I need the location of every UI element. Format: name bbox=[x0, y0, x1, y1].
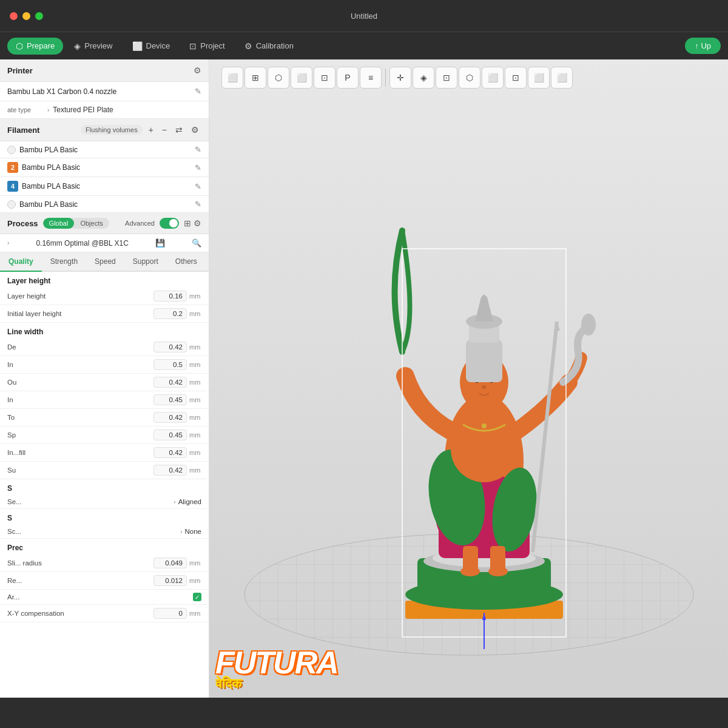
upload-button[interactable]: ↑ Up bbox=[685, 38, 721, 54]
arc-label: Ar... bbox=[7, 593, 193, 601]
filament-edit-1[interactable]: ✎ bbox=[195, 145, 201, 154]
lw-row-4: In 0.45 mm bbox=[0, 391, 209, 409]
arc-row: Ar... ✓ bbox=[0, 590, 209, 605]
maximize-dot[interactable] bbox=[35, 12, 43, 20]
slice-radius-row: Sli... radius 0.049 mm bbox=[0, 554, 209, 572]
slice-radius-unit: mm bbox=[189, 559, 201, 567]
filament-num-2: 2 bbox=[7, 162, 18, 173]
layer-height-label: Layer height bbox=[7, 292, 153, 300]
lw-value-4[interactable]: 0.45 bbox=[153, 394, 187, 405]
viewport[interactable]: ⬜ ⊞ ⬡ ⬜ ⊡ P ≡ ✛ ◈ ⊡ ⬡ ⬜ ⊡ ⬜ ⬜ bbox=[209, 59, 728, 698]
device-nav-btn[interactable]: ⬜ Device bbox=[124, 38, 179, 55]
lw-label-8: Su bbox=[7, 467, 153, 474]
initial-layer-height-label: Initial layer height bbox=[7, 310, 153, 317]
seam-position-value: Aligned bbox=[178, 498, 201, 505]
tabs-row: Quality Strength Speed Support Others bbox=[0, 252, 209, 272]
tab-quality[interactable]: Quality bbox=[0, 252, 42, 272]
lw-value-3[interactable]: 0.42 bbox=[153, 377, 187, 388]
seam-position-row: Se... › Aligned bbox=[0, 495, 209, 509]
printer-title: Printer bbox=[7, 66, 33, 75]
sparse-pattern-dropdown[interactable]: › None bbox=[180, 528, 201, 535]
objects-toggle[interactable]: Objects bbox=[74, 218, 109, 229]
axis-indicator bbox=[478, 613, 490, 649]
calibration-nav-btn[interactable]: ⚙ Calibration bbox=[236, 38, 302, 55]
lw-label-6: Sp bbox=[7, 431, 153, 439]
navbar: ⬡ Prepare ◈ Preview ⬜ Device ⊡ Project ⚙… bbox=[0, 32, 728, 59]
seam-position-dropdown[interactable]: › Aligned bbox=[174, 498, 201, 505]
minimize-dot[interactable] bbox=[22, 12, 30, 20]
initial-layer-height-value[interactable]: 0.2 bbox=[153, 308, 187, 319]
lw-unit-3: mm bbox=[189, 379, 201, 386]
lw-row-7: In...fill 0.42 mm bbox=[0, 444, 209, 462]
filament-gear-icon[interactable]: ⚙ bbox=[189, 124, 201, 136]
process-grid-icon[interactable]: ⊞ bbox=[184, 218, 191, 228]
lw-value-7[interactable]: 0.42 bbox=[153, 447, 187, 458]
profile-search-icon[interactable]: 🔍 bbox=[192, 238, 201, 248]
slice-radius-label: Sli... radius bbox=[7, 559, 153, 567]
initial-layer-height-value-group: 0.2 mm bbox=[153, 308, 201, 319]
filament-color-4 bbox=[7, 200, 16, 209]
filament-edit-3[interactable]: ✎ bbox=[195, 182, 201, 191]
nav-right: ↑ Up bbox=[685, 38, 721, 54]
lw-value-5[interactable]: 0.42 bbox=[153, 412, 187, 423]
add-filament-button[interactable]: + bbox=[146, 124, 156, 136]
global-toggle[interactable]: Global bbox=[43, 218, 75, 229]
tab-strength[interactable]: Strength bbox=[42, 252, 86, 272]
printer-name-row: Bambu Lab X1 Carbon 0.4 nozzle ✎ bbox=[0, 82, 209, 101]
slice-radius-value[interactable]: 0.049 bbox=[153, 558, 187, 568]
svg-rect-21 bbox=[463, 546, 478, 570]
lw-value-2[interactable]: 0.5 bbox=[153, 359, 187, 370]
close-dot[interactable] bbox=[10, 12, 18, 20]
filament-edit-4[interactable]: ✎ bbox=[195, 200, 201, 209]
prepare-nav-btn[interactable]: ⬡ Prepare bbox=[7, 38, 63, 55]
flushing-volumes-button[interactable]: Flushing volumes bbox=[81, 125, 143, 135]
lw-label-2: In bbox=[7, 361, 153, 368]
xy-compensation-row: X-Y compensation 0 mm bbox=[0, 605, 209, 622]
advanced-label: Advanced bbox=[125, 220, 155, 227]
re-label: Re... bbox=[7, 577, 153, 584]
layer-height-unit: mm bbox=[189, 292, 201, 300]
lw-value-6[interactable]: 0.45 bbox=[153, 430, 187, 440]
tab-speed[interactable]: Speed bbox=[86, 252, 124, 272]
lw-label-4: In bbox=[7, 396, 153, 403]
profile-save-icon[interactable]: 💾 bbox=[155, 238, 165, 248]
settings-list: Layer height Layer height 0.16 mm Initia… bbox=[0, 272, 209, 698]
left-panel: Printer ⚙ Bambu Lab X1 Carbon 0.4 nozzle… bbox=[0, 59, 209, 698]
xy-compensation-value[interactable]: 0 bbox=[153, 608, 187, 619]
re-value[interactable]: 0.012 bbox=[153, 575, 187, 586]
filament-sync-icon[interactable]: ⇄ bbox=[173, 124, 185, 136]
preview-nav-btn[interactable]: ◈ Preview bbox=[66, 38, 121, 55]
profile-name[interactable]: 0.16mm Optimal @BBL X1C bbox=[36, 239, 128, 248]
line-width-group-title: Line width bbox=[0, 323, 209, 339]
filament-name-1: Bambu PLA Basic bbox=[19, 146, 191, 154]
plate-type-value[interactable]: Textured PEI Plate bbox=[53, 106, 113, 114]
process-settings-icon[interactable]: ⚙ bbox=[194, 218, 201, 228]
advanced-toggle[interactable] bbox=[160, 218, 179, 229]
precision-group-title: Prec bbox=[0, 539, 209, 554]
remove-filament-button[interactable]: − bbox=[160, 124, 169, 136]
printer-edit-icon[interactable]: ✎ bbox=[195, 87, 201, 96]
re-row: Re... 0.012 mm bbox=[0, 572, 209, 590]
plate-chevron-icon: › bbox=[47, 107, 49, 113]
process-title: Process bbox=[7, 219, 38, 228]
printer-section-header: Printer ⚙ bbox=[0, 59, 209, 82]
lw-value-1[interactable]: 0.42 bbox=[153, 342, 187, 352]
svg-marker-30 bbox=[482, 613, 486, 620]
lw-label-1: De bbox=[7, 343, 153, 351]
plate-type-label: ate type bbox=[7, 106, 44, 113]
lw-value-8[interactable]: 0.42 bbox=[153, 465, 187, 476]
filament-edit-2[interactable]: ✎ bbox=[195, 163, 201, 172]
printer-gear-icon[interactable]: ⚙ bbox=[194, 66, 201, 75]
tab-support[interactable]: Support bbox=[124, 252, 167, 272]
process-right: Advanced ⊞ ⚙ bbox=[125, 218, 201, 229]
layer-height-row: Layer height 0.16 mm bbox=[0, 288, 209, 305]
svg-point-24 bbox=[488, 567, 508, 576]
layer-height-value-group: 0.16 mm bbox=[153, 291, 201, 302]
tab-others[interactable]: Others bbox=[167, 252, 206, 272]
layer-height-value[interactable]: 0.16 bbox=[153, 291, 187, 302]
lw-unit-8: mm bbox=[189, 467, 201, 474]
arc-checkbox[interactable]: ✓ bbox=[193, 593, 201, 601]
lw-row-6: Sp 0.45 mm bbox=[0, 426, 209, 444]
svg-rect-17 bbox=[466, 340, 502, 382]
project-nav-btn[interactable]: ⊡ Project bbox=[181, 38, 233, 55]
